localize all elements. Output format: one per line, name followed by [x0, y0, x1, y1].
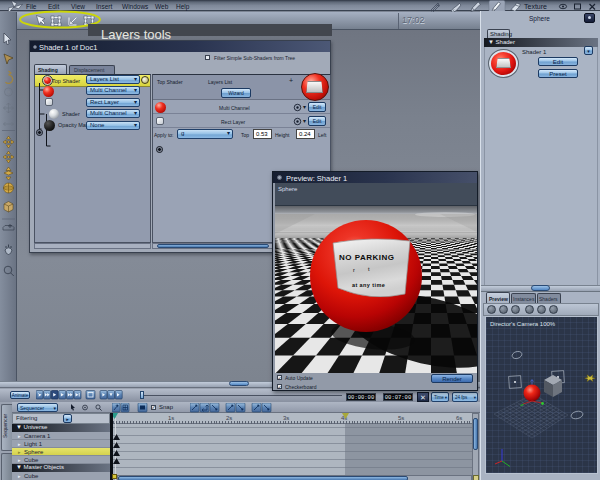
- svg-text:at any time: at any time: [352, 282, 385, 288]
- svg-text:NO PARKING: NO PARKING: [339, 253, 395, 262]
- svg-text:r: r: [353, 268, 355, 273]
